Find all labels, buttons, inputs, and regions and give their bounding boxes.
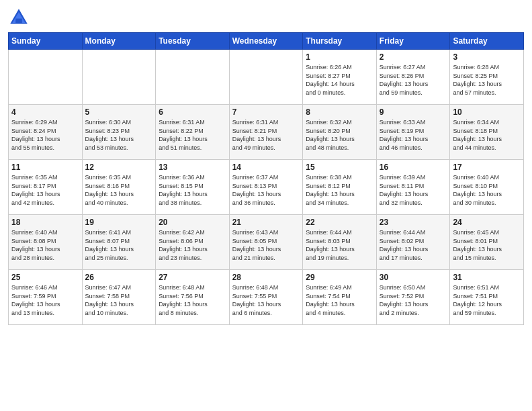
calendar-cell: 5Sunrise: 6:30 AM Sunset: 8:23 PM Daylig… [82, 105, 156, 160]
day-number: 27 [159, 273, 226, 282]
day-info: Sunrise: 6:38 AM Sunset: 8:12 PM Dayligh… [306, 173, 373, 207]
day-number: 21 [232, 218, 300, 227]
logo-icon [8, 7, 30, 28]
day-number: 9 [380, 107, 447, 117]
calendar-cell: 17Sunrise: 6:40 AM Sunset: 8:10 PM Dayli… [450, 160, 524, 215]
calendar-cell: 30Sunrise: 6:50 AM Sunset: 7:52 PM Dayli… [376, 270, 450, 325]
header [8, 7, 524, 28]
calendar-cell: 22Sunrise: 6:44 AM Sunset: 8:03 PM Dayli… [303, 215, 377, 270]
day-header: Wednesday [229, 33, 303, 50]
calendar-cell: 31Sunrise: 6:51 AM Sunset: 7:51 PM Dayli… [450, 270, 524, 325]
day-info: Sunrise: 6:51 AM Sunset: 7:51 PM Dayligh… [453, 283, 521, 317]
calendar-cell: 24Sunrise: 6:45 AM Sunset: 8:01 PM Dayli… [450, 215, 524, 270]
calendar-cell: 7Sunrise: 6:31 AM Sunset: 8:21 PM Daylig… [229, 105, 303, 160]
svg-rect-2 [15, 19, 22, 23]
calendar-cell: 13Sunrise: 6:36 AM Sunset: 8:15 PM Dayli… [156, 160, 230, 215]
day-number: 17 [453, 163, 521, 172]
day-info: Sunrise: 6:37 AM Sunset: 8:13 PM Dayligh… [232, 173, 300, 207]
day-info: Sunrise: 6:27 AM Sunset: 8:26 PM Dayligh… [380, 63, 447, 97]
calendar-cell: 12Sunrise: 6:35 AM Sunset: 8:16 PM Dayli… [82, 160, 156, 215]
calendar-cell: 19Sunrise: 6:41 AM Sunset: 8:07 PM Dayli… [82, 215, 156, 270]
calendar-cell: 15Sunrise: 6:38 AM Sunset: 8:12 PM Dayli… [303, 160, 377, 215]
day-number: 6 [159, 107, 226, 117]
calendar-cell [229, 50, 303, 105]
calendar-cell: 23Sunrise: 6:44 AM Sunset: 8:02 PM Dayli… [376, 215, 450, 270]
day-number: 7 [232, 107, 300, 117]
day-info: Sunrise: 6:31 AM Sunset: 8:21 PM Dayligh… [232, 118, 300, 152]
day-number: 2 [380, 52, 447, 62]
day-header: Friday [376, 33, 450, 50]
calendar-week: 18Sunrise: 6:40 AM Sunset: 8:08 PM Dayli… [9, 215, 524, 270]
calendar-cell: 8Sunrise: 6:32 AM Sunset: 8:20 PM Daylig… [303, 105, 377, 160]
day-info: Sunrise: 6:43 AM Sunset: 8:05 PM Dayligh… [232, 228, 300, 262]
calendar-cell: 21Sunrise: 6:43 AM Sunset: 8:05 PM Dayli… [229, 215, 303, 270]
day-number: 5 [85, 107, 153, 117]
calendar: SundayMondayTuesdayWednesdayThursdayFrid… [8, 32, 524, 325]
calendar-cell: 20Sunrise: 6:42 AM Sunset: 8:06 PM Dayli… [156, 215, 230, 270]
calendar-cell: 25Sunrise: 6:46 AM Sunset: 7:59 PM Dayli… [9, 270, 83, 325]
calendar-cell [156, 50, 230, 105]
day-header: Tuesday [156, 33, 230, 50]
calendar-week: 11Sunrise: 6:35 AM Sunset: 8:17 PM Dayli… [9, 160, 524, 215]
day-header: Saturday [450, 33, 524, 50]
day-number: 10 [453, 107, 521, 117]
day-number: 23 [380, 218, 447, 227]
day-number: 28 [232, 273, 300, 282]
day-info: Sunrise: 6:35 AM Sunset: 8:16 PM Dayligh… [85, 173, 153, 207]
day-info: Sunrise: 6:34 AM Sunset: 8:18 PM Dayligh… [453, 118, 521, 152]
day-info: Sunrise: 6:46 AM Sunset: 7:59 PM Dayligh… [11, 283, 79, 317]
day-number: 24 [453, 218, 521, 227]
day-number: 19 [85, 218, 153, 227]
day-info: Sunrise: 6:44 AM Sunset: 8:03 PM Dayligh… [306, 228, 373, 262]
calendar-cell: 4Sunrise: 6:29 AM Sunset: 8:24 PM Daylig… [9, 105, 83, 160]
day-number: 22 [306, 218, 373, 227]
day-info: Sunrise: 6:41 AM Sunset: 8:07 PM Dayligh… [85, 228, 153, 262]
calendar-cell: 27Sunrise: 6:48 AM Sunset: 7:56 PM Dayli… [156, 270, 230, 325]
day-number: 30 [380, 273, 447, 282]
header-row: SundayMondayTuesdayWednesdayThursdayFrid… [9, 33, 524, 50]
calendar-cell: 28Sunrise: 6:48 AM Sunset: 7:55 PM Dayli… [229, 270, 303, 325]
day-info: Sunrise: 6:49 AM Sunset: 7:54 PM Dayligh… [306, 283, 373, 317]
calendar-week: 25Sunrise: 6:46 AM Sunset: 7:59 PM Dayli… [9, 270, 524, 325]
calendar-cell [82, 50, 156, 105]
calendar-cell: 10Sunrise: 6:34 AM Sunset: 8:18 PM Dayli… [450, 105, 524, 160]
day-info: Sunrise: 6:48 AM Sunset: 7:55 PM Dayligh… [232, 283, 300, 317]
day-info: Sunrise: 6:26 AM Sunset: 8:27 PM Dayligh… [306, 63, 373, 97]
calendar-body: 1Sunrise: 6:26 AM Sunset: 8:27 PM Daylig… [9, 50, 524, 325]
day-number: 20 [159, 218, 226, 227]
day-number: 29 [306, 273, 373, 282]
page: SundayMondayTuesdayWednesdayThursdayFrid… [0, 0, 532, 411]
day-number: 31 [453, 273, 521, 282]
day-header: Thursday [303, 33, 377, 50]
day-info: Sunrise: 6:45 AM Sunset: 8:01 PM Dayligh… [453, 228, 521, 262]
calendar-cell: 14Sunrise: 6:37 AM Sunset: 8:13 PM Dayli… [229, 160, 303, 215]
day-info: Sunrise: 6:50 AM Sunset: 7:52 PM Dayligh… [380, 283, 447, 317]
calendar-header: SundayMondayTuesdayWednesdayThursdayFrid… [9, 33, 524, 50]
calendar-cell: 29Sunrise: 6:49 AM Sunset: 7:54 PM Dayli… [303, 270, 377, 325]
day-info: Sunrise: 6:40 AM Sunset: 8:10 PM Dayligh… [453, 173, 521, 207]
day-number: 16 [380, 163, 447, 172]
day-info: Sunrise: 6:31 AM Sunset: 8:22 PM Dayligh… [159, 118, 226, 152]
calendar-cell: 11Sunrise: 6:35 AM Sunset: 8:17 PM Dayli… [9, 160, 83, 215]
day-number: 14 [232, 163, 300, 172]
day-info: Sunrise: 6:40 AM Sunset: 8:08 PM Dayligh… [11, 228, 79, 262]
calendar-cell: 2Sunrise: 6:27 AM Sunset: 8:26 PM Daylig… [376, 50, 450, 105]
day-info: Sunrise: 6:29 AM Sunset: 8:24 PM Dayligh… [11, 118, 79, 152]
day-number: 1 [306, 52, 373, 62]
day-number: 26 [85, 273, 153, 282]
day-number: 18 [11, 218, 79, 227]
day-info: Sunrise: 6:36 AM Sunset: 8:15 PM Dayligh… [159, 173, 226, 207]
calendar-cell: 9Sunrise: 6:33 AM Sunset: 8:19 PM Daylig… [376, 105, 450, 160]
day-info: Sunrise: 6:30 AM Sunset: 8:23 PM Dayligh… [85, 118, 153, 152]
day-number: 25 [11, 273, 79, 282]
day-info: Sunrise: 6:44 AM Sunset: 8:02 PM Dayligh… [380, 228, 447, 262]
day-info: Sunrise: 6:39 AM Sunset: 8:11 PM Dayligh… [380, 173, 447, 207]
day-info: Sunrise: 6:32 AM Sunset: 8:20 PM Dayligh… [306, 118, 373, 152]
day-number: 3 [453, 52, 521, 62]
calendar-cell: 16Sunrise: 6:39 AM Sunset: 8:11 PM Dayli… [376, 160, 450, 215]
day-info: Sunrise: 6:28 AM Sunset: 8:25 PM Dayligh… [453, 63, 521, 97]
day-number: 4 [11, 107, 79, 117]
day-number: 11 [11, 163, 79, 172]
calendar-cell: 6Sunrise: 6:31 AM Sunset: 8:22 PM Daylig… [156, 105, 230, 160]
day-info: Sunrise: 6:47 AM Sunset: 7:58 PM Dayligh… [85, 283, 153, 317]
